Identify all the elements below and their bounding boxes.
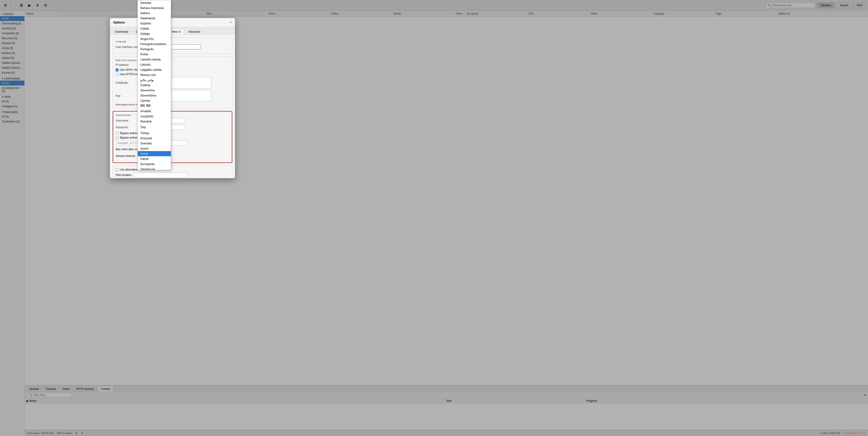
files-loc-row: Files location: <box>116 173 229 177</box>
lang-sl[interactable]: Slovenščina <box>138 93 171 98</box>
lang-oc[interactable]: Iеnga d'òc <box>138 36 171 41</box>
lang-pt-br[interactable]: Português brasileiro <box>138 41 171 46</box>
auth-section-title: Authentication <box>116 114 229 116</box>
lang-el[interactable]: Ελληνικά <box>138 136 171 141</box>
lang-pt[interactable]: Português <box>138 46 171 52</box>
lang-gl[interactable]: Galego <box>138 31 171 36</box>
cert-row: Certificate: <box>116 77 229 89</box>
auth-section: Authentication Username: Password: Bypas… <box>113 111 232 163</box>
language-section-title: Language <box>116 40 229 43</box>
opt-tab-downloads[interactable]: Downloads <box>112 29 132 35</box>
alt-label: Use alternative <box>120 168 138 171</box>
lang-hr[interactable]: Hrvatski <box>138 108 171 114</box>
lang-ca[interactable]: Català <box>138 26 171 31</box>
lang-mn[interactable]: Монгол хэл <box>138 72 171 77</box>
language-dropdown: Íslenska Bahasa Indonesia Italiano Neder… <box>137 0 171 170</box>
lang-pl[interactable]: Polski <box>138 52 171 57</box>
lang-th[interactable]: ไทย <box>138 124 171 131</box>
lang-da[interactable]: Dansk <box>138 156 171 161</box>
https-checkbox[interactable] <box>116 73 119 76</box>
ban-row: Ban client after conse <box>116 147 229 152</box>
options-dialog: Options × Downloads Connections RSS Web … <box>110 18 235 178</box>
lang-sr[interactable]: Српски <box>138 98 171 103</box>
language-section: Language User Interface Language <box>113 38 232 54</box>
cert-label: Certificate: <box>116 81 138 85</box>
https-row: Use HTTPS ins <box>116 73 229 76</box>
lang-bg[interactable]: Български <box>138 161 171 167</box>
options-title: Options <box>113 21 125 24</box>
options-body: Language User Interface Language Web Use… <box>110 35 235 178</box>
lang-ms[interactable]: بهاس ملايو <box>138 77 171 82</box>
options-tab-bar: Downloads Connections RSS Web UI Advance… <box>110 27 235 35</box>
ip-row: IP address: • <box>116 63 229 66</box>
files-loc-label: Files location: <box>116 173 132 177</box>
webui-section-title: Web User Interface (F <box>116 59 229 62</box>
key-row: Key: <box>116 90 229 101</box>
lang-no[interactable]: Norsk <box>138 151 171 156</box>
password-row: Password: <box>116 125 229 130</box>
bypass2-checkbox[interactable] <box>116 136 119 139</box>
bypass1-checkbox[interactable] <box>116 132 119 135</box>
username-row: Username: <box>116 118 229 123</box>
lang-id[interactable]: Bahasa Indonesia <box>138 5 171 10</box>
opt-tab-advanced[interactable]: Advanced <box>185 29 204 35</box>
files-loc-input[interactable] <box>134 173 187 177</box>
lang-lv[interactable]: Latviešu valoda <box>138 57 171 62</box>
lang-hy[interactable]: Հայերեն <box>138 114 171 119</box>
lang-nl[interactable]: Nederlands <box>138 16 171 21</box>
session-label: Session timeout: <box>116 155 136 158</box>
bypass2-row: Bypass authenticati <box>116 136 229 139</box>
lang-sk[interactable]: Slovenčina <box>138 88 171 93</box>
key-label: Key: <box>116 94 138 97</box>
webui-section: Web User Interface (F IP address: • Use … <box>113 57 232 108</box>
options-close-button[interactable]: × <box>230 20 232 24</box>
ip-label: IP address: <box>116 63 138 66</box>
lang-it[interactable]: Italiano <box>138 10 171 16</box>
lang-cs[interactable]: Čeština <box>138 82 171 88</box>
lang-ro[interactable]: Română <box>138 119 171 124</box>
lang-hi[interactable]: हिंदी, हिंदी <box>138 103 171 108</box>
password-label: Password: <box>116 126 138 129</box>
username-label: Username: <box>116 119 138 122</box>
upnp-checkbox[interactable] <box>116 68 119 71</box>
options-header: Options × <box>110 18 235 27</box>
lang-tr[interactable]: Türkçe <box>138 131 171 136</box>
session-row: Session timeout: <box>116 154 229 159</box>
alt-row: Use alternative <box>116 168 229 171</box>
lang-uk[interactable]: Українська <box>138 167 171 170</box>
alt-section: Use alternative Files location: <box>113 166 232 178</box>
cert-info-link[interactable]: Information about ce <box>116 103 229 106</box>
lang-lt[interactable]: Lietuvių <box>138 62 171 67</box>
lang-ltg[interactable]: Latgaļišu volūda <box>138 67 171 72</box>
bypass1-row: Bypass authenticati <box>116 132 229 135</box>
lang-sv[interactable]: Svenska <box>138 141 171 146</box>
alt-checkbox[interactable] <box>116 168 119 171</box>
lang-is[interactable]: Íslenska <box>138 0 171 5</box>
lang-es[interactable]: Español <box>138 21 171 26</box>
upnp-row: Use UPnP / NAT-PM <box>116 68 229 71</box>
lang-fi[interactable]: Suomi <box>138 146 171 151</box>
https-label: Use HTTPS ins <box>120 73 138 76</box>
language-row: User Interface Language <box>116 44 229 49</box>
